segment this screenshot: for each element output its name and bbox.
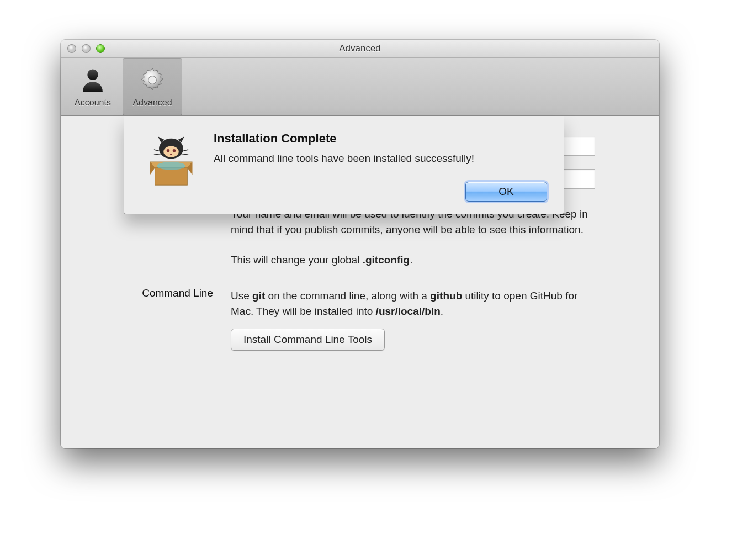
minimize-window-button[interactable] [82,44,91,53]
svg-point-9 [167,149,170,152]
octocat-box-icon [141,131,201,192]
svg-point-1 [148,76,157,84]
identity-help-text: Your name and email will be used to iden… [231,207,595,267]
gear-icon [138,66,167,94]
sheet-message: All command line tools have been install… [214,151,512,166]
close-window-button[interactable] [67,44,76,53]
toolbar: Accounts Advanced [61,58,659,116]
svg-point-11 [170,154,172,155]
svg-line-13 [154,154,162,155]
install-cli-button[interactable]: Install Command Line Tools [231,329,385,351]
svg-point-10 [173,149,176,152]
sheet-body: Installation Complete All command line t… [214,131,547,202]
gitconfig-text: .gitconfig [363,254,410,266]
toolbar-tab-advanced[interactable]: Advanced [123,58,182,115]
toolbar-label: Accounts [75,98,111,108]
svg-point-6 [157,162,185,170]
cli-label: Command Line [87,284,231,299]
content-pane: Your Name Your Email Your name and email… [61,116,659,448]
installation-complete-sheet: Installation Complete All command line t… [124,116,564,214]
cli-help-text: Use git on the command line, along with … [231,288,595,319]
svg-point-8 [163,146,179,157]
preferences-window: Advanced Accounts [61,40,659,448]
toolbar-tab-accounts[interactable]: Accounts [63,58,123,115]
svg-line-15 [181,154,189,155]
sheet-title: Installation Complete [214,131,547,146]
svg-point-0 [87,70,98,81]
window-title: Advanced [61,43,659,54]
cli-row: Command Line Use git on the command line… [87,284,633,351]
svg-rect-3 [155,168,188,185]
titlebar: Advanced [61,40,659,58]
ok-button[interactable]: OK [465,182,547,202]
toolbar-label: Advanced [132,98,172,108]
zoom-window-button[interactable] [96,44,105,53]
traffic-lights [67,44,105,53]
user-silhouette-icon [78,66,107,94]
